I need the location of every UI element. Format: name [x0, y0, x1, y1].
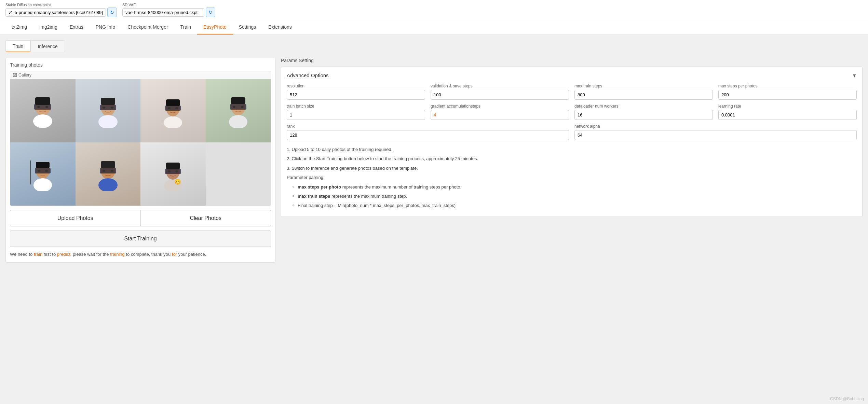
svg-rect-17 [166, 99, 180, 106]
gradient-input[interactable] [431, 110, 569, 120]
checkpoint-select[interactable]: v1-5-pruned-emaonly.safetensors [6ce0161… [5, 8, 106, 17]
sub-tab-train[interactable]: Train [5, 40, 30, 52]
checkpoint-select-wrap: v1-5-pruned-emaonly.safetensors [6ce0161… [5, 8, 117, 17]
nav-tab-train[interactable]: Train [174, 20, 197, 34]
gallery-img-7: 😊 [140, 142, 206, 206]
bullet1-rest: represents the maximum number of trainin… [342, 184, 461, 190]
svg-point-13 [164, 116, 182, 128]
svg-rect-26 [35, 168, 51, 173]
sub-tab-inference[interactable]: Inference [30, 40, 65, 52]
svg-text:😊: 😊 [174, 179, 181, 185]
params-grid-2: train batch size gradient accumulationst… [287, 104, 857, 120]
panel-title: Training photos [10, 62, 271, 68]
nav-tab-extensions[interactable]: Extensions [262, 20, 298, 34]
svg-point-25 [33, 178, 52, 191]
svg-rect-39 [165, 169, 181, 174]
face-svg-5 [29, 157, 56, 191]
params-title: Params Setting [281, 58, 863, 63]
gallery-img-5 [10, 142, 76, 206]
batch-size-input[interactable] [287, 110, 425, 120]
svg-point-32 [98, 178, 118, 191]
vae-select-wrap: vae-ft-mse-840000-ema-pruned.ckpt ↻ [122, 8, 215, 17]
svg-rect-23 [231, 97, 245, 104]
nav-tab-txt2img[interactable]: txt2img [5, 20, 33, 34]
nav-tab-img2img[interactable]: img2img [33, 20, 64, 34]
learning-label: learning rate [718, 104, 857, 109]
dataloader-input[interactable] [574, 110, 713, 120]
svg-point-21 [233, 106, 235, 108]
face-svg-6 [94, 157, 122, 191]
content-row: Training photos 🖼 Gallery [5, 58, 863, 263]
svg-point-15 [168, 107, 171, 109]
checkpoint-section: Stable Diffusion checkpoint v1-5-pruned-… [5, 3, 117, 17]
resolution-label: resolution [287, 84, 425, 88]
param-rank: rank [287, 124, 569, 140]
info-section: 1. Upload 5 to 10 daily photos of the tr… [287, 145, 857, 210]
svg-point-27 [38, 170, 40, 172]
face-svg-1 [29, 94, 56, 128]
nav-tab-pnginfo[interactable]: PNG Info [90, 20, 122, 34]
svg-point-28 [45, 170, 48, 172]
nav-tab-checkpoint[interactable]: Checkpoint Merger [121, 20, 174, 34]
network-input[interactable] [574, 130, 857, 140]
nav-tab-extras[interactable]: Extras [64, 20, 90, 34]
param-gradient: gradient accumulationsteps [431, 104, 569, 120]
svg-point-22 [241, 106, 244, 108]
network-label: network alpha [574, 124, 857, 129]
btn-row: Upload Photos Clear Photos [10, 210, 271, 226]
max-train-label: max train steps [574, 84, 713, 88]
advanced-header: Advanced Options ▼ [287, 72, 857, 78]
advanced-title: Advanced Options [287, 72, 329, 78]
max-steps-input[interactable] [718, 90, 857, 100]
learning-input[interactable] [718, 110, 857, 120]
svg-rect-20 [230, 104, 246, 110]
svg-point-4 [45, 106, 48, 108]
rank-label: rank [287, 124, 569, 129]
rank-input[interactable] [287, 130, 569, 140]
upload-photos-btn[interactable]: Upload Photos [10, 210, 141, 226]
svg-point-9 [103, 107, 105, 109]
checkpoint-label: Stable Diffusion checkpoint [5, 3, 117, 7]
start-training-btn[interactable]: Start Training [10, 231, 271, 247]
nav-tabs: txt2img img2img Extras PNG Info Checkpoi… [0, 20, 868, 35]
param-resolution: resolution [287, 84, 425, 100]
gallery-img-2 [76, 79, 141, 142]
vae-section: SD VAE vae-ft-mse-840000-ema-pruned.ckpt… [122, 3, 215, 17]
info-line2: 2. Click on the Start Training button be… [287, 155, 857, 163]
dataloader-label: dataloader num workers [574, 104, 713, 109]
bullet-list: max steps per photo represents the maxim… [287, 183, 857, 210]
vae-select[interactable]: vae-ft-mse-840000-ema-pruned.ckpt [122, 8, 204, 17]
gallery-container: 🖼 Gallery [10, 71, 271, 206]
svg-point-34 [103, 170, 105, 172]
resolution-input[interactable] [287, 90, 425, 100]
face-svg-7: 😊 [159, 157, 187, 191]
gallery-img-1 [10, 79, 76, 142]
collapse-btn[interactable]: ▼ [852, 73, 857, 78]
svg-point-19 [229, 115, 247, 128]
validation-input[interactable] [431, 90, 569, 100]
gallery-img-8 [206, 142, 271, 206]
footer-watermark: CSDN @Bubbiling [830, 396, 864, 401]
nav-tab-settings[interactable]: Settings [233, 20, 262, 34]
left-panel: Training photos 🖼 Gallery [5, 58, 275, 263]
vae-refresh-btn[interactable]: ↻ [206, 8, 215, 17]
face-svg-2 [94, 94, 122, 128]
right-panel: Params Setting Advanced Options ▼ resolu… [281, 58, 863, 263]
batch-size-label: train batch size [287, 104, 425, 109]
svg-point-40 [168, 170, 171, 172]
status-text: We need to train first to predict, pleas… [10, 250, 271, 258]
clear-photos-btn[interactable]: Clear Photos [141, 210, 271, 226]
bullet1-bold: max steps per photo [298, 184, 341, 190]
max-train-input[interactable] [574, 90, 713, 100]
param-network: network alpha [574, 124, 857, 140]
info-line3: 3. Switch to Inference and generate phot… [287, 164, 857, 172]
bullet-1: max steps per photo represents the maxim… [292, 183, 857, 191]
checkpoint-refresh-btn[interactable]: ↻ [107, 8, 117, 17]
svg-rect-5 [35, 97, 50, 105]
gallery-img-6 [76, 142, 141, 206]
gallery-img-3 [140, 79, 206, 142]
gradient-label: gradient accumulationsteps [431, 104, 569, 109]
nav-tab-easyphoto[interactable]: EasyPhoto [197, 20, 233, 34]
face-svg-4 [225, 94, 252, 128]
info-line1: 1. Upload 5 to 10 daily photos of the tr… [287, 145, 857, 153]
